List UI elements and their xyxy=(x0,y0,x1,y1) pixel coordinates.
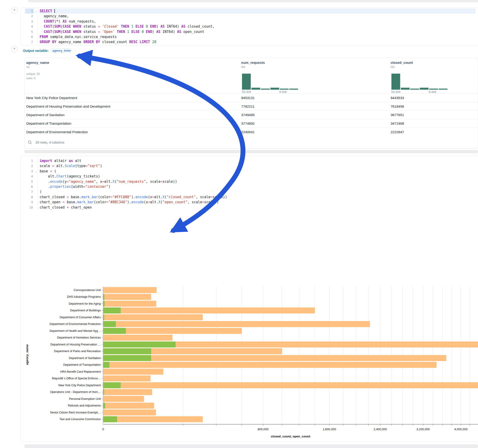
table-cell-closed-count: 9443533 xyxy=(391,93,404,102)
line-number: 9 xyxy=(25,199,34,205)
code-line: SELECT xyxy=(40,8,475,14)
line-number: 3⌄ xyxy=(25,169,34,174)
chart-x-tick-label: 1,600,000 xyxy=(323,428,336,431)
code-line: GROUP BY agency_name ORDER BY closed_cou… xyxy=(40,39,475,44)
sql-cell[interactable]: 1⌄234567 SELECT agency_name, COUNT(*) AS… xyxy=(20,8,478,46)
histogram-max-label: 9.5e6 xyxy=(279,90,287,93)
column-type: i64 xyxy=(241,65,333,69)
histogram-bin xyxy=(242,74,251,90)
table-row: New York City Police Department945313194… xyxy=(25,93,478,102)
output-variable-row: Output variable: agency_tickets xyxy=(23,48,71,54)
line-number: 1⌄ xyxy=(25,8,34,14)
collapse-chevron-icon[interactable]: ⌄ xyxy=(36,169,37,174)
histogram-bin xyxy=(420,87,429,90)
code-line: chart_closed = base.mark_bar(color="#FFC… xyxy=(40,194,475,199)
code-line: chart_open = base.mark_bar(color="#8BC34… xyxy=(40,199,475,205)
column-unique-count: unique: 20 xyxy=(26,72,165,76)
python-code-editor[interactable]: import altair as altscale = alt.Scale(ty… xyxy=(40,158,475,210)
histogram-bin xyxy=(261,88,270,90)
table-cell-num-requests: 3749485 xyxy=(241,111,255,119)
table-horizontal-scrollbar[interactable] xyxy=(24,150,478,153)
column-name: closed_count xyxy=(391,61,478,64)
column-header-num-requests[interactable]: num_requests i64 xyxy=(241,61,333,69)
chart-x-axis-title: closed_count, open_count xyxy=(271,435,310,438)
sql-code-editor[interactable]: SELECT agency_name, COUNT(*) AS num_requ… xyxy=(40,8,475,45)
table-cell-agency-name: Department of Environmental Protection xyxy=(26,128,88,136)
chart-x-tick-label: 4,000,000 xyxy=(454,428,468,431)
histogram-bin xyxy=(270,87,279,90)
altair-bar-chart: Correspondence UnitDHS Advantage Program… xyxy=(0,283,478,440)
code-line: scale = alt.Scale(type="sqrt") xyxy=(40,163,475,168)
code-line: .encode(y="agency_name", x=alt.X("num_re… xyxy=(40,179,475,184)
line-number: 10 xyxy=(25,205,34,210)
chart-category-label: New York City Police Department xyxy=(58,384,101,387)
histogram-bin xyxy=(439,88,447,90)
code-line: CAST(SUM(CASE WHEN status = 'Open' THEN … xyxy=(40,29,475,34)
column-header-closed-count[interactable]: closed_count i64 xyxy=(391,61,478,69)
code-line: base = ( xyxy=(40,169,475,174)
chart-x-tick-label: 0 xyxy=(102,428,104,431)
chart-category-label: Department for the Aging xyxy=(69,302,101,305)
column-type: i64 xyxy=(391,65,478,69)
histogram-bin xyxy=(280,88,289,90)
text-cursor xyxy=(54,9,55,13)
histogram-bin xyxy=(410,88,419,90)
line-number: 5 xyxy=(25,29,34,34)
line-number: 4 xyxy=(25,174,34,179)
table-footer: 20 rows, 4 columns xyxy=(28,140,64,145)
table-cell-agency-name: Department of Transportation xyxy=(26,119,71,128)
table-cell-num-requests: 2240041 xyxy=(241,128,255,136)
gutter-separator xyxy=(38,8,38,45)
chart-category-label: DHS Advantage Programs xyxy=(67,295,101,299)
chart-category-label: Department of Housing Preservation … xyxy=(50,343,101,346)
histogram-max-label: 9.4e6 xyxy=(429,90,436,93)
collapse-chevron-icon[interactable]: ⌄ xyxy=(36,9,37,14)
chart-y-axis-title: agency_name xyxy=(25,344,29,365)
row-count-label: 20 rows, 4 columns xyxy=(36,141,64,144)
column-name: num_requests xyxy=(241,61,333,64)
page-bottom-scrollbar[interactable] xyxy=(24,444,478,448)
output-variable-pill[interactable]: agency_tickets xyxy=(51,48,71,53)
chart-category-label: Correspondence Unit xyxy=(74,288,101,292)
line-number: 8 xyxy=(25,194,34,199)
table-row: Department of Sanitation37494853677651 xyxy=(25,110,478,119)
chart-category-label: Taxi and Limousine Commission xyxy=(59,417,101,421)
table-cell-num-requests: 7782211 xyxy=(241,102,254,111)
gutter-separator xyxy=(38,156,38,210)
chart-category-label: HRA Benefit Card Replacement xyxy=(60,370,101,373)
add-cell-button-middle[interactable]: + xyxy=(11,46,18,52)
chart-category-label: Personal Exemption Unit xyxy=(69,397,101,400)
code-line: import altair as alt xyxy=(40,158,475,163)
code-line: FROM sample_data.nyc.service_requests xyxy=(40,34,475,39)
code-line: COUNT(*) AS num_requests, xyxy=(40,19,475,24)
num-requests-histogram xyxy=(242,74,298,90)
line-number: 7 xyxy=(25,189,34,194)
column-type: str xyxy=(26,65,165,69)
line-number: 2 xyxy=(25,14,34,19)
chart-category-label: Department of Consumer Affairs xyxy=(60,316,101,319)
table-row: Department of Transportation377489234719… xyxy=(25,119,478,127)
chart-category-label: Department of Buildings xyxy=(70,309,101,312)
add-cell-button-top[interactable]: + xyxy=(11,7,18,14)
histogram-min-label: 53,304 xyxy=(242,90,251,93)
code-line: agency_name, xyxy=(40,14,475,19)
code-line: ) xyxy=(40,189,475,194)
histogram-bin xyxy=(401,87,410,90)
table-cell-closed-count: 3677651 xyxy=(391,111,404,119)
chart-category-label: Department of Parks and Recreation xyxy=(54,350,101,353)
column-null-count: nulls: 0 xyxy=(26,76,165,81)
closed-count-histogram xyxy=(391,74,447,90)
line-number: 7 xyxy=(25,39,34,44)
chart-x-tick-label: 800,000 xyxy=(258,428,269,431)
line-number: 1 xyxy=(25,158,34,163)
table-cell-agency-name: New York City Police Department xyxy=(26,93,77,102)
histogram-bin xyxy=(251,87,260,90)
line-number: 3 xyxy=(25,19,34,24)
histogram-bin xyxy=(391,74,400,90)
table-cell-num-requests: 9453131 xyxy=(241,93,255,102)
search-icon[interactable] xyxy=(28,140,32,145)
column-header-agency-name[interactable]: agency_name str unique: 20 nulls: 0 xyxy=(26,61,165,81)
chart-x-tick-label: 2,400,000 xyxy=(374,428,387,431)
table-cell-closed-count: 2222847 xyxy=(391,128,404,136)
table-cell-agency-name: Department of Sanitation xyxy=(26,111,65,119)
